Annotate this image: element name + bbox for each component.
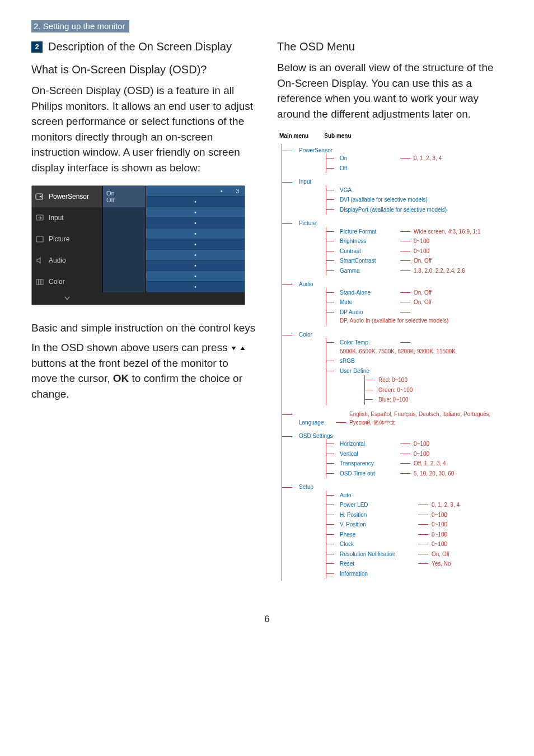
osd-item-color: Color — [32, 271, 103, 292]
tree-sub-item: ResetYes, No — [334, 559, 503, 569]
tree-values: DP, Audio In (available for selective mo… — [340, 316, 448, 325]
tree-values: 0~100 — [414, 440, 429, 449]
tree-sub-label: Gamma — [340, 267, 400, 276]
tree-sub-item: Color Temp.5000K, 6500K, 7500K, 8200K, 9… — [334, 338, 503, 356]
tree-sub-item: MuteOn, Off — [334, 297, 503, 307]
tree-values: On, Off — [432, 550, 449, 559]
osd-dot: • — [194, 241, 196, 248]
tree-sub-item: Power LED0, 1, 2, 3, 4 — [334, 500, 503, 510]
tree-sub-item: Off — [334, 164, 503, 174]
tree-header-sub: Sub menu — [324, 132, 351, 141]
triangle-up-icon — [240, 346, 246, 351]
tree-sub-item: V. Position0~100 — [334, 520, 503, 530]
tree-sub-label: V. Position — [340, 520, 418, 529]
tree-sub-label: VGA — [340, 186, 400, 195]
tree-sub-item: H. Position0~100 — [334, 510, 503, 520]
tree-sub-label: Power LED — [340, 501, 418, 510]
tree-main-item: AudioStand-AloneOn, OffMuteOn, OffDP Aud… — [292, 278, 503, 328]
tree-sub-item: Auto — [334, 491, 503, 501]
osd-option-off: Off — [106, 197, 146, 203]
osd-item-audio: Audio — [32, 250, 103, 271]
tree-sub-item: Resolution NotificationOn, Off — [334, 549, 503, 559]
tree-main-item: PowerSensorOn0, 1, 2, 3, 4Off — [292, 144, 503, 176]
triangle-down-icon — [231, 346, 237, 351]
tree-main-label: OSD Settings — [299, 432, 336, 441]
step-title: Description of the On Screen Display — [48, 40, 232, 53]
tree-values: Blue: 0~100 — [378, 395, 409, 404]
tree-sub-item: Contrast0~100 — [334, 246, 503, 256]
tree-values: 0~100 — [432, 540, 447, 549]
tree-sub-label: User Define — [340, 367, 400, 376]
tree-main-item: PicturePicture FormatWide screen, 4:3, 1… — [292, 217, 503, 278]
svg-rect-5 — [39, 279, 41, 284]
osd-item-label: PowerSensor — [49, 193, 89, 200]
tree-sub-label: Reset — [340, 559, 418, 568]
osd-item-input: Input — [32, 207, 103, 228]
tree-sub-label: OSD Time out — [340, 469, 400, 478]
osd-option-on: On — [106, 190, 146, 197]
tree-main-label: Setup — [299, 483, 336, 492]
osd-dot: • — [194, 209, 196, 216]
tree-values: 0~100 — [432, 520, 447, 529]
tree-values: 0~100 — [414, 247, 429, 256]
tree-nested-item: Green: 0~100 — [373, 385, 503, 395]
osd-item-label: Picture — [49, 235, 69, 243]
tree-sub-item: sRGB — [334, 356, 503, 366]
osd-dot: • — [194, 199, 196, 205]
page-number: 6 — [31, 614, 503, 624]
tree-main-item: OSD SettingsHorizontal0~100Vertical0~100… — [292, 430, 503, 481]
osd-item-powersensor: PowerSensor — [32, 186, 103, 207]
tree-main-label: Audio — [299, 280, 336, 289]
powersensor-icon — [35, 192, 44, 201]
audio-icon — [35, 256, 44, 265]
tree-values: English, Español, Français, Deutsch, Ita… — [349, 410, 495, 427]
tree-sub-label: Clock — [340, 540, 418, 549]
osd-dot: • — [221, 188, 223, 194]
tree-sub-label: sRGB — [340, 357, 400, 366]
tree-sub-item: DP AudioDP, Audio In (available for sele… — [334, 307, 503, 326]
tree-sub-label: Brightness — [340, 237, 400, 246]
osd-value: 3 — [236, 188, 239, 194]
osd-dot: • — [194, 284, 196, 290]
left-column: 2 Description of the On Screen Display W… — [31, 37, 257, 581]
tree-sub-item: User DefineRed: 0~100Green: 0~100Blue: 0… — [334, 366, 503, 405]
osd-screenshot: PowerSensor On Off •3 • — [31, 185, 245, 305]
osd-footer — [32, 292, 245, 305]
tree-values: 5000K, 6500K, 7500K, 8200K, 9300K, 11500… — [340, 347, 456, 356]
osd-item-picture: Picture — [32, 228, 103, 250]
tree-sub-item: DVI (available for selective models) — [334, 195, 503, 205]
osd-dot: • — [194, 231, 196, 237]
tree-sub-item: OSD Time out5, 10, 20, 30, 60 — [334, 469, 503, 479]
osd-item-label: Audio — [49, 256, 66, 264]
paragraph-osd-intro: On-Screen Display (OSD) is a feature in … — [31, 83, 257, 175]
svg-rect-4 — [36, 279, 39, 284]
tree-sub-label: Auto — [340, 491, 418, 500]
tree-sub-item: On0, 1, 2, 3, 4 — [334, 153, 503, 164]
tree-sub-label: Contrast — [340, 247, 400, 256]
paragraph-osd-menu-intro: Below is an overall view of the structur… — [277, 60, 503, 122]
tree-sub-label: Picture Format — [340, 227, 400, 236]
tree-nested-item: Red: 0~100 — [373, 375, 503, 385]
tree-sub-label: H. Position — [340, 511, 418, 520]
osd-item-label: Color — [49, 278, 65, 286]
tree-sub-item: Brightness0~100 — [334, 236, 503, 246]
tree-sub-label: Phase — [340, 530, 418, 539]
step-badge: 2 — [31, 41, 43, 53]
tree-sub-label: DP Audio — [340, 308, 400, 317]
section-bar: 2. Setting up the monitor — [31, 20, 129, 32]
tree-sub-label: Resolution Notification — [340, 550, 418, 559]
tree-sub-item: Vertical0~100 — [334, 449, 503, 459]
tree-nested-item: Blue: 0~100 — [373, 395, 503, 405]
tree-values: Red: 0~100 — [378, 376, 407, 385]
tree-values: 5, 10, 20, 30, 60 — [414, 469, 454, 478]
tree-main-item: SetupAutoPower LED0, 1, 2, 3, 4H. Positi… — [292, 480, 503, 581]
osd-dot: • — [194, 220, 196, 226]
osd-dot: • — [194, 252, 196, 258]
tree-sub-label: Off — [340, 164, 400, 173]
tree-main-label: PowerSensor — [299, 146, 336, 155]
picture-icon — [35, 235, 44, 244]
tree-main-item: ColorColor Temp.5000K, 6500K, 7500K, 820… — [292, 328, 503, 408]
osd-dot: • — [194, 263, 196, 269]
tree-sub-item: SmartContrastOn, Off — [334, 256, 503, 266]
tree-sub-label: Mute — [340, 298, 400, 307]
